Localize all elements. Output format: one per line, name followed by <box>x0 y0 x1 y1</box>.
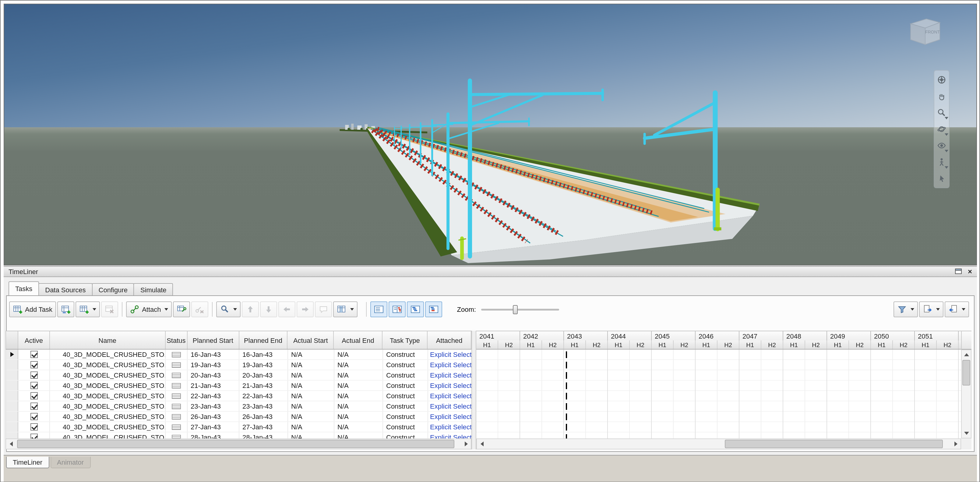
tab-tasks[interactable]: Tasks <box>8 282 39 295</box>
export-schedule-button[interactable] <box>919 301 943 317</box>
active-checkbox[interactable] <box>30 351 37 358</box>
cell-attached[interactable]: Explicit Selection <box>428 360 471 370</box>
table-row[interactable]: 40_3D_MODEL_CRUSHED_STO...19-Jan-4319-Ja… <box>6 360 471 370</box>
zoom-button[interactable] <box>936 107 947 118</box>
filter-tasks-button[interactable] <box>894 301 918 317</box>
zoom-slider[interactable] <box>482 309 560 310</box>
move-down-button[interactable] <box>260 301 277 317</box>
row-selector[interactable] <box>6 360 18 370</box>
column-header-actual-start[interactable]: Actual Start <box>288 331 334 349</box>
cell-active[interactable] <box>18 370 50 380</box>
table-row[interactable]: 40_3D_MODEL_CRUSHED_STO...21-Jan-4321-Ja… <box>6 380 471 391</box>
gantt-task-bar[interactable] <box>566 424 567 431</box>
dock-tab-timeliner[interactable]: TimeLiner <box>6 457 49 468</box>
cell-active[interactable] <box>18 412 50 422</box>
column-header-active[interactable]: Active <box>18 331 50 349</box>
show-gantt-chart-button[interactable] <box>389 301 406 317</box>
auto-attach-rules-button[interactable] <box>173 301 190 317</box>
scroll-up-arrow[interactable] <box>962 350 971 359</box>
import-schedule-button[interactable] <box>945 301 969 317</box>
attach-button[interactable]: Attach <box>126 301 172 317</box>
pan-button[interactable] <box>936 91 947 102</box>
dock-tab-animator[interactable]: Animator <box>50 457 91 468</box>
gantt-task-bar[interactable] <box>566 434 567 439</box>
active-checkbox[interactable] <box>30 413 37 420</box>
table-row[interactable]: 40_3D_MODEL_CRUSHED_STO...28-Jan-4328-Ja… <box>6 433 471 439</box>
scroll-left-arrow[interactable] <box>477 439 487 449</box>
move-up-button[interactable] <box>242 301 259 317</box>
window-position-icon[interactable] <box>955 268 963 275</box>
column-header-status[interactable]: Status <box>165 331 187 349</box>
timeliner-titlebar[interactable]: TimeLiner × <box>4 266 977 277</box>
column-header-attached[interactable]: Attached <box>428 331 471 349</box>
gantt-task-bar[interactable] <box>566 352 567 358</box>
outdent-button[interactable] <box>278 301 296 317</box>
cell-attached[interactable]: Explicit Selection <box>428 380 471 390</box>
column-header-actual-end[interactable]: Actual End <box>334 331 383 349</box>
auto-add-tasks-button[interactable] <box>76 301 100 317</box>
active-checkbox[interactable] <box>30 361 37 368</box>
row-selector[interactable] <box>6 422 18 432</box>
table-row[interactable]: 40_3D_MODEL_CRUSHED_STO...16-Jan-4316-Ja… <box>6 350 471 360</box>
indent-button[interactable] <box>297 301 314 317</box>
full-navigation-wheel-button[interactable] <box>936 74 947 85</box>
scroll-left-arrow[interactable] <box>6 439 16 449</box>
viewport-3d[interactable]: FRONT <box>4 4 977 266</box>
gantt-task-bar[interactable] <box>566 382 567 389</box>
column-header-planned-start[interactable]: Planned Start <box>187 331 239 349</box>
gantt-task-bar[interactable] <box>566 414 567 420</box>
cell-active[interactable] <box>18 350 50 359</box>
column-header-name[interactable]: Name <box>50 331 165 349</box>
orbit-button[interactable] <box>936 124 947 135</box>
cell-active[interactable] <box>18 360 50 370</box>
horizontal-scroll-thumb[interactable] <box>725 440 943 448</box>
show-actual-dates-button[interactable] <box>425 301 442 317</box>
find-items-button[interactable] <box>216 301 241 317</box>
table-gantt-splitter[interactable] <box>471 331 476 449</box>
cell-active[interactable] <box>18 401 50 411</box>
active-checkbox[interactable] <box>30 371 37 379</box>
row-selector[interactable] <box>6 380 18 390</box>
row-selector[interactable] <box>6 391 18 401</box>
cell-active[interactable] <box>18 391 50 401</box>
table-horizontal-scrollbar[interactable] <box>5 439 471 449</box>
table-row[interactable]: 40_3D_MODEL_CRUSHED_STO...26-Jan-4326-Ja… <box>6 412 471 422</box>
look-around-button[interactable] <box>936 140 947 151</box>
horizontal-scroll-thumb[interactable] <box>17 440 454 448</box>
comment-button[interactable] <box>315 301 332 317</box>
active-checkbox[interactable] <box>30 423 37 431</box>
cell-attached[interactable]: Explicit Selection <box>428 370 471 380</box>
scroll-right-arrow[interactable] <box>951 439 961 449</box>
cell-attached[interactable]: Explicit Selection <box>428 433 471 439</box>
gantt-horizontal-scrollbar[interactable] <box>476 439 961 449</box>
row-selector[interactable] <box>6 401 18 411</box>
add-task-button[interactable]: Add Task <box>9 301 56 317</box>
walk-button[interactable] <box>936 156 947 167</box>
row-selector[interactable] <box>6 433 18 439</box>
clear-attachment-button[interactable] <box>192 301 208 317</box>
vertical-scroll-thumb[interactable] <box>963 360 970 385</box>
tab-data-sources[interactable]: Data Sources <box>38 283 92 295</box>
row-selector[interactable] <box>6 412 18 422</box>
cell-attached[interactable]: Explicit Selection <box>428 391 471 401</box>
cell-active[interactable] <box>18 433 50 439</box>
close-icon[interactable]: × <box>968 268 972 275</box>
table-row[interactable]: 40_3D_MODEL_CRUSHED_STO...22-Jan-4322-Ja… <box>6 391 471 401</box>
scroll-down-arrow[interactable] <box>962 429 971 438</box>
table-row[interactable]: 40_3D_MODEL_CRUSHED_STO...20-Jan-4320-Ja… <box>6 370 471 380</box>
table-row[interactable]: 40_3D_MODEL_CRUSHED_STO...27-Jan-4327-Ja… <box>6 422 471 433</box>
cell-active[interactable] <box>18 422 50 432</box>
cell-attached[interactable]: Explicit Selection <box>428 412 471 422</box>
gantt-task-bar[interactable] <box>566 362 567 368</box>
columns-button[interactable] <box>334 301 358 317</box>
insert-task-button[interactable] <box>57 301 74 317</box>
viewcube[interactable]: FRONT <box>902 13 946 57</box>
cell-attached[interactable]: Explicit Selection <box>428 422 471 432</box>
cell-active[interactable] <box>18 380 50 390</box>
active-checkbox[interactable] <box>30 392 37 399</box>
row-selector[interactable] <box>6 370 18 380</box>
zoom-slider-thumb[interactable] <box>513 305 518 314</box>
cell-attached[interactable]: Explicit Selection <box>428 350 471 359</box>
column-header-task-type[interactable]: Task Type <box>382 331 428 349</box>
gantt-task-bar[interactable] <box>566 403 567 410</box>
